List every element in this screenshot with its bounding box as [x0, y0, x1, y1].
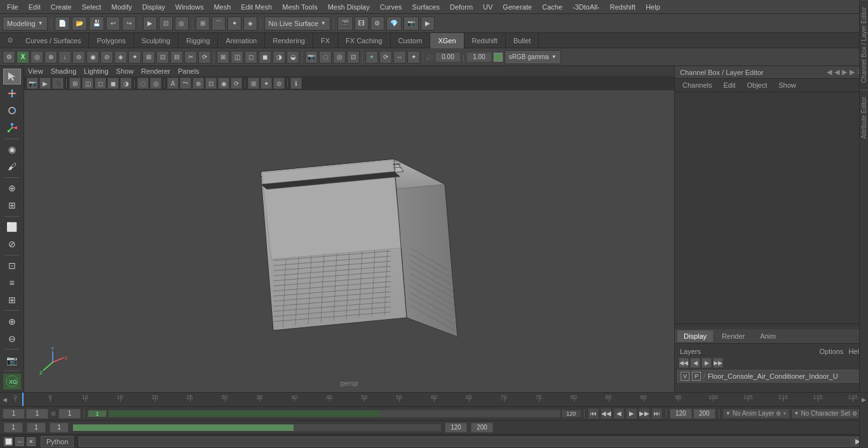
- vp-isolate-btn[interactable]: ◎: [150, 78, 161, 89]
- shadow-btn[interactable]: ◒: [287, 51, 299, 64]
- anim-end-input[interactable]: [670, 409, 692, 419]
- menu-generate[interactable]: Generate: [498, 2, 536, 12]
- camera-view[interactable]: 📷: [3, 352, 21, 368]
- viewport-3d[interactable]: persp X Y Z: [24, 90, 674, 392]
- vp-xray-btn[interactable]: ◌: [137, 78, 149, 89]
- value1-input[interactable]: [435, 52, 461, 62]
- color-profile-dropdown[interactable]: sRGB gamma ▼: [505, 50, 561, 64]
- tab-polygons[interactable]: Polygons: [89, 33, 133, 48]
- layer-p-indicator[interactable]: P: [692, 372, 701, 381]
- tab-sculpting[interactable]: Sculpting: [134, 33, 179, 48]
- status-input1[interactable]: [4, 423, 23, 433]
- tab-fx[interactable]: FX: [313, 33, 338, 48]
- render-settings-btn[interactable]: ⚙: [370, 17, 384, 31]
- vp-menu-panels[interactable]: Panels: [178, 67, 200, 75]
- smooth-btn[interactable]: ◻: [245, 51, 257, 64]
- side-tab-attribute-editor[interactable]: Attribute Editor: [860, 90, 868, 145]
- timeline-scroll-right[interactable]: ▶: [859, 393, 868, 407]
- vp-menu-lighting[interactable]: Lighting: [84, 67, 109, 75]
- menu-uv[interactable]: UV: [478, 2, 497, 12]
- vp-wireframe-btn[interactable]: ◫: [82, 78, 93, 89]
- menu-mesh[interactable]: Mesh: [209, 2, 235, 12]
- xgen-settings-btn[interactable]: ⚙: [3, 51, 15, 64]
- menu-edit[interactable]: Edit: [24, 2, 45, 12]
- frame-value-input[interactable]: [58, 409, 81, 419]
- redo-btn[interactable]: ↪: [122, 17, 136, 31]
- vp-texture-btn[interactable]: ◼: [107, 78, 119, 89]
- pb-step-back[interactable]: ◀◀: [600, 408, 612, 419]
- xgen-tool7[interactable]: ◈: [114, 51, 127, 64]
- vp-menu-view[interactable]: View: [28, 67, 43, 75]
- xgen-tool1[interactable]: ◎: [31, 51, 43, 64]
- layers-tb-next2[interactable]: ▶: [702, 358, 712, 368]
- win-restore-btn[interactable]: ⬜: [4, 437, 13, 446]
- pb-go-start[interactable]: ⏮: [588, 408, 599, 419]
- pb-play-fwd[interactable]: ▶: [626, 408, 637, 419]
- cb-header-prev2[interactable]: ◀: [834, 68, 839, 76]
- parent[interactable]: ⊞: [3, 292, 21, 308]
- textured-btn[interactable]: ◼: [259, 51, 271, 64]
- menu-windows[interactable]: Windows: [171, 2, 208, 12]
- menu-mesh-tools[interactable]: Mesh Tools: [278, 2, 322, 12]
- xray-btn[interactable]: ◌: [319, 51, 332, 64]
- vp-light-btn[interactable]: ◑: [120, 78, 132, 89]
- layers-tb-prev2[interactable]: ◀: [690, 358, 700, 368]
- char-set-dropdown[interactable]: ▼ No Character Set ⚙ +: [791, 409, 865, 419]
- vp-motion-btn[interactable]: 〜: [180, 78, 191, 89]
- soft-select[interactable]: ◉: [3, 142, 21, 158]
- rotate-btn[interactable]: ⟳: [379, 51, 392, 64]
- dt-tab-render[interactable]: Render: [715, 330, 751, 342]
- anim-layer-dropdown[interactable]: ▼ No Anim Layer ⚙ +: [722, 409, 790, 419]
- tab-settings-icon[interactable]: ⚙: [3, 33, 18, 48]
- timeline-scroll-left[interactable]: ◀: [0, 393, 9, 407]
- frame-current-input[interactable]: [26, 409, 48, 419]
- select-tool[interactable]: [3, 69, 21, 85]
- snap-point-btn[interactable]: ✦: [227, 17, 241, 31]
- value2-input[interactable]: [466, 52, 492, 62]
- cb-tab-channels[interactable]: Channels: [677, 80, 717, 90]
- cb-tab-object[interactable]: Object: [742, 80, 772, 90]
- vp-solid-btn[interactable]: ◻: [95, 78, 106, 89]
- snap-grid-btn[interactable]: ⊞: [196, 17, 210, 31]
- light-btn[interactable]: ◑: [273, 51, 285, 64]
- render-view-btn[interactable]: 📷: [403, 17, 419, 31]
- menu-help[interactable]: Help: [641, 2, 665, 12]
- menu-deform[interactable]: Deform: [445, 2, 477, 12]
- menu-file[interactable]: File: [3, 2, 23, 12]
- cb-tab-edit[interactable]: Edit: [718, 80, 740, 90]
- layers-tb-next[interactable]: ▶▶: [713, 358, 723, 368]
- artisan[interactable]: 🖌: [3, 159, 21, 175]
- menu-mesh-display[interactable]: Mesh Display: [323, 2, 374, 12]
- undo-btn[interactable]: ↩: [106, 17, 120, 31]
- show-manip[interactable]: ⊕: [3, 180, 21, 196]
- hypershade-btn[interactable]: 💎: [386, 17, 402, 31]
- cb-header-next[interactable]: ▶: [842, 68, 847, 76]
- move-manip[interactable]: [3, 86, 21, 102]
- rotate-manip[interactable]: [3, 103, 21, 119]
- lattice[interactable]: ⊞: [3, 198, 21, 214]
- vp-menu-shading[interactable]: Shading: [51, 67, 76, 75]
- xgen-tool10[interactable]: ⊡: [156, 51, 169, 64]
- open-file-btn[interactable]: 📂: [72, 17, 87, 31]
- tab-rendering[interactable]: Rendering: [265, 33, 313, 48]
- marquee[interactable]: ⬜: [3, 219, 21, 235]
- xgen-tool8[interactable]: ✦: [128, 51, 141, 64]
- vp-screen-btn[interactable]: ⊡: [205, 78, 217, 89]
- win-close-btn[interactable]: ✕: [27, 437, 36, 446]
- snap-together[interactable]: ⊡: [3, 257, 21, 273]
- menu-surfaces[interactable]: Surfaces: [408, 2, 444, 12]
- render-seq-btn[interactable]: 🎞: [355, 17, 369, 31]
- tab-animation[interactable]: Animation: [218, 33, 265, 48]
- select-mode-btn[interactable]: ▶: [143, 17, 157, 31]
- tab-redshift[interactable]: Redshift: [465, 33, 506, 48]
- menu-select[interactable]: Select: [78, 2, 106, 12]
- xgen-icon[interactable]: X: [17, 51, 29, 64]
- vp-menu-show[interactable]: Show: [116, 67, 134, 75]
- wireframe-btn[interactable]: ◫: [231, 51, 243, 64]
- xgen-tool6[interactable]: ⊘: [100, 51, 113, 64]
- menu-create[interactable]: Create: [46, 2, 76, 12]
- tab-bullet[interactable]: Bullet: [506, 33, 539, 48]
- live-surface-dropdown[interactable]: No Live Surface ▼: [264, 17, 330, 31]
- tab-custom[interactable]: Custom: [391, 33, 431, 48]
- vp-grid-btn[interactable]: ⊞: [69, 78, 81, 89]
